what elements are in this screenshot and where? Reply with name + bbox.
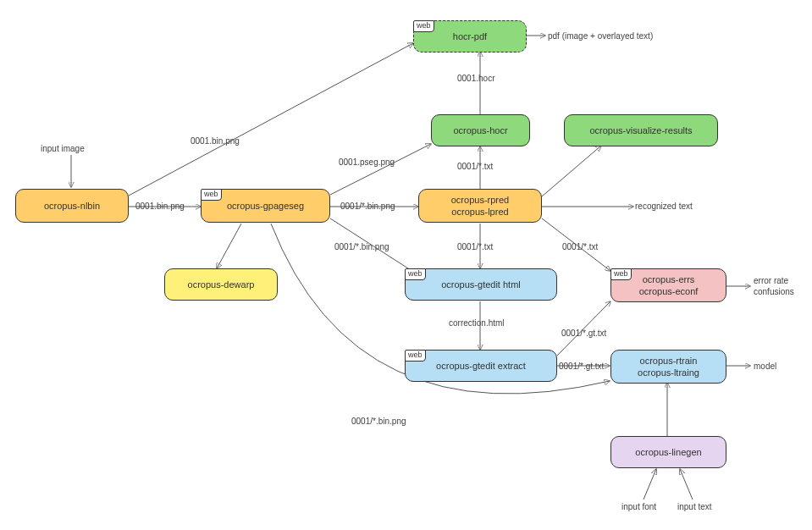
io-input-font: input font	[621, 502, 656, 511]
edge-label: 0001/*.bin.png	[351, 417, 406, 426]
node-gpageseg[interactable]: web ocropus-gpageseg	[201, 189, 330, 223]
node-label: ocropus-hocr	[453, 124, 507, 136]
node-gtedit-html[interactable]: web ocropus-gtedit html	[405, 268, 557, 301]
node-label: ocropus-gtedit html	[441, 279, 521, 290]
node-label: ocropus-gpageseg	[227, 200, 304, 212]
svg-line-20	[644, 469, 656, 500]
web-badge: web	[405, 350, 426, 362]
node-rtrain[interactable]: ocropus-rtrainocropus-ltraing	[610, 350, 726, 384]
node-hocr-pdf[interactable]: web hocr-pdf	[413, 20, 527, 52]
node-label: ocropus-dewarp	[188, 279, 255, 290]
node-label: ocropus-rpredocropus-lpred	[451, 194, 509, 218]
web-badge: web	[610, 268, 632, 280]
node-label: ocropus-gtedit extract	[436, 360, 526, 372]
edge-label: 0001/*.bin.png	[334, 242, 389, 251]
svg-line-2	[129, 43, 413, 196]
svg-line-5	[330, 144, 431, 195]
io-error-rate: error rate	[754, 276, 788, 285]
edge-label: correction.html	[449, 318, 505, 328]
svg-line-4	[217, 224, 241, 268]
node-label: ocropus-linegen	[635, 446, 701, 458]
edge-label: 0001/*.txt	[562, 242, 598, 251]
edge-label: 0001/*.bin.png	[340, 202, 395, 211]
edge-label: 0001.hocr	[457, 74, 494, 83]
io-model: model	[754, 362, 776, 371]
node-visualize-results[interactable]: ocropus-visualize-results	[564, 114, 718, 146]
node-label: ocropus-rtrainocropus-ltraing	[638, 355, 699, 379]
web-badge: web	[413, 20, 434, 32]
node-linegen[interactable]: ocropus-linegen	[610, 436, 726, 468]
node-label: ocropus-errsocropus-econf	[639, 273, 699, 298]
node-hocr[interactable]: ocropus-hocr	[431, 114, 530, 146]
edge-label: 0001.bin.png	[191, 136, 240, 146]
io-pdf-output: pdf (image + overlayed text)	[548, 31, 653, 41]
node-label: hocr-pdf	[453, 30, 487, 42]
io-confusions: confusions	[754, 287, 794, 296]
node-dewarp[interactable]: ocropus-dewarp	[164, 268, 278, 301]
web-badge: web	[201, 189, 222, 201]
node-rpred[interactable]: ocropus-rpredocropus-lpred	[418, 189, 542, 223]
web-badge: web	[405, 268, 426, 280]
edge-label: 0001.bin.png	[135, 202, 185, 211]
edge-label: 0001/*.gt.txt	[561, 328, 606, 338]
edge-label: 0001/*.txt	[457, 242, 493, 251]
svg-line-21	[680, 469, 693, 500]
edge-label: 0001.pseg.png	[339, 157, 395, 167]
node-nlbin[interactable]: ocropus-nlbin	[15, 189, 129, 223]
node-label: ocropus-visualize-results	[589, 124, 692, 136]
node-label: ocropus-nlbin	[44, 200, 100, 212]
svg-line-8	[542, 146, 601, 196]
edge-label: 0001/*.txt	[457, 162, 493, 171]
edge-label: 0001/*.gt.txt	[559, 362, 604, 371]
node-gtedit-extract[interactable]: web ocropus-gtedit extract	[405, 350, 557, 382]
io-input-text: input text	[677, 502, 712, 511]
io-recognized-text: recognized text	[635, 202, 693, 211]
node-errs[interactable]: web ocropus-errsocropus-econf	[610, 268, 726, 302]
io-input-image: input image	[41, 144, 85, 153]
